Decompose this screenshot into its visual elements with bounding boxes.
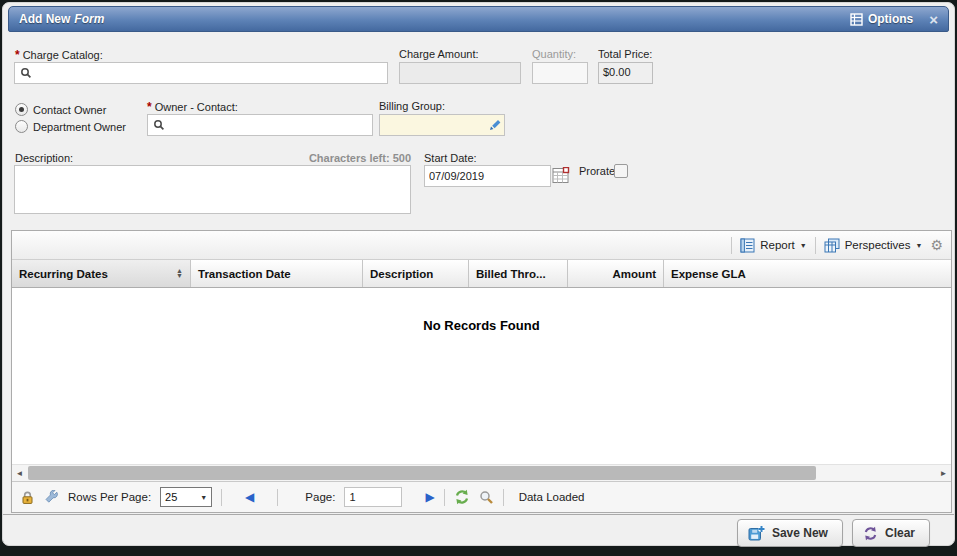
wrench-icon[interactable] (44, 490, 59, 505)
search-icon[interactable] (153, 119, 165, 131)
footer-divider (3, 514, 954, 515)
charge-amount-input (399, 62, 521, 84)
billing-group-input[interactable] (379, 114, 505, 136)
rows-per-page-select[interactable]: 25 ▼ (160, 487, 212, 507)
grid-toolbar: Report ▼ Perspectives ▼ ⚙ (12, 231, 951, 260)
column-header-recurring-dates[interactable]: Recurring Dates ▲▼ (12, 260, 191, 287)
perspectives-button[interactable]: Perspectives ▼ (824, 238, 923, 253)
scrollbar-thumb[interactable] (28, 466, 816, 480)
dialog-title: Add NewForm (19, 12, 104, 26)
required-marker: * (15, 48, 20, 62)
close-icon[interactable]: × (929, 12, 938, 27)
sort-icon[interactable]: ▲▼ (176, 269, 183, 278)
gear-icon[interactable]: ⚙ (930, 238, 943, 252)
contact-owner-radio[interactable] (15, 103, 28, 116)
scroll-right-icon[interactable]: ► (936, 465, 951, 481)
horizontal-scrollbar[interactable]: ◄ ► (12, 464, 951, 481)
page-number-input[interactable] (344, 487, 402, 507)
total-price-label: Total Price: (598, 48, 652, 60)
pagination-separator (277, 489, 278, 506)
next-page-icon[interactable]: ▶ (425, 491, 434, 503)
start-date-input[interactable] (424, 165, 551, 187)
clear-button[interactable]: Clear (852, 519, 930, 547)
recurring-charges-panel: Report ▼ Perspectives ▼ ⚙ (11, 230, 952, 513)
grid-body: No Records Found (12, 288, 951, 464)
description-textarea[interactable] (14, 165, 411, 214)
column-header-expense-gla[interactable]: Expense GLA (664, 260, 951, 287)
report-label: Report (760, 239, 795, 251)
characters-left-counter: Characters left: 500 (303, 152, 411, 164)
charge-catalog-input[interactable] (14, 62, 388, 84)
column-header-description[interactable]: Description (363, 260, 469, 287)
required-marker: * (147, 100, 152, 114)
add-new-form-dialog: Add NewForm Options × *Charge Catalog: (2, 2, 955, 546)
column-header-amount[interactable]: Amount (568, 260, 664, 287)
department-owner-radio[interactable] (15, 120, 28, 133)
quantity-input (532, 62, 588, 84)
billing-group-label: Billing Group: (379, 100, 445, 112)
quantity-label: Quantity: (532, 48, 576, 60)
rows-per-page-label: Rows Per Page: (68, 491, 151, 503)
toolbar-separator (815, 237, 816, 254)
scroll-left-icon[interactable]: ◄ (12, 465, 27, 481)
pagination-separator (503, 489, 504, 506)
calendar-icon[interactable] (552, 167, 570, 184)
pagination-separator (444, 489, 445, 506)
search-records-icon[interactable] (479, 490, 494, 505)
data-loaded-status: Data Loaded (519, 491, 585, 503)
dialog-backdrop: Add NewForm Options × *Charge Catalog: (0, 0, 957, 556)
prorate-checkbox[interactable] (614, 164, 628, 178)
owner-contact-label: *Owner - Contact: (147, 100, 238, 114)
prorate-label: Prorate: (579, 165, 618, 177)
department-owner-label: Department Owner (33, 121, 126, 133)
lock-icon[interactable] (20, 490, 35, 505)
options-label: Options (868, 12, 913, 26)
title-form-text: Form (74, 12, 104, 26)
column-header-transaction-date[interactable]: Transaction Date (191, 260, 363, 287)
perspectives-icon (824, 238, 840, 253)
clear-icon (863, 526, 878, 541)
toolbar-separator (731, 237, 732, 254)
select-caret-icon: ▼ (200, 494, 207, 501)
previous-page-icon[interactable]: ◀ (245, 491, 254, 503)
column-header-billed-through[interactable]: Billed Thro... (469, 260, 568, 287)
description-label: Description: (15, 152, 73, 164)
report-button[interactable]: Report ▼ (740, 238, 806, 253)
pagination-separator (221, 489, 222, 506)
chevron-down-icon: ▼ (800, 242, 807, 249)
perspectives-label: Perspectives (845, 239, 911, 251)
no-records-message: No Records Found (12, 288, 951, 333)
charge-amount-label: Charge Amount: (399, 48, 479, 60)
search-icon[interactable] (20, 67, 32, 79)
owner-contact-input[interactable] (147, 114, 373, 136)
charge-catalog-label: *Charge Catalog: (15, 48, 103, 62)
dialog-titlebar: Add NewForm Options × (8, 6, 949, 32)
chevron-down-icon: ▼ (916, 242, 923, 249)
save-new-icon (748, 525, 765, 541)
report-icon (740, 238, 755, 253)
clear-label: Clear (885, 526, 915, 540)
save-new-label: Save New (772, 526, 828, 540)
options-icon (850, 13, 863, 26)
total-price-value: $0.00 (598, 62, 653, 84)
edit-pencil-icon[interactable] (489, 118, 502, 131)
grid-header-row: Recurring Dates ▲▼ Transaction Date Desc… (12, 260, 951, 288)
page-label: Page: (305, 491, 335, 503)
contact-owner-label: Contact Owner (33, 104, 106, 116)
save-new-button[interactable]: Save New (737, 519, 843, 547)
title-text: Add New (19, 12, 70, 26)
footer-actions: Save New Clear (737, 519, 930, 547)
options-button[interactable]: Options (850, 12, 913, 26)
refresh-icon[interactable] (454, 489, 470, 505)
start-date-label: Start Date: (424, 152, 477, 164)
pagination-bar: Rows Per Page: 25 ▼ ◀ Page: ▶ (12, 481, 951, 512)
